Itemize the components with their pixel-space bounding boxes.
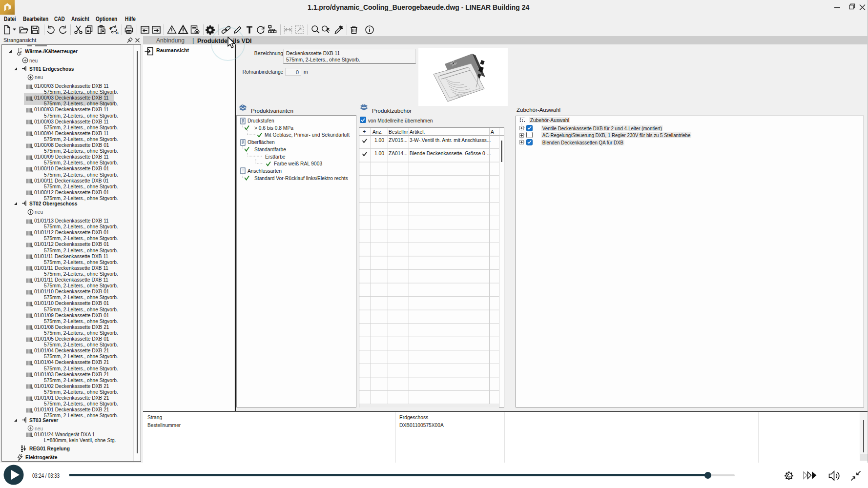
svg-text:B: B bbox=[116, 31, 119, 35]
svg-text:A: A bbox=[109, 26, 112, 30]
svg-text:c: c bbox=[21, 53, 22, 56]
